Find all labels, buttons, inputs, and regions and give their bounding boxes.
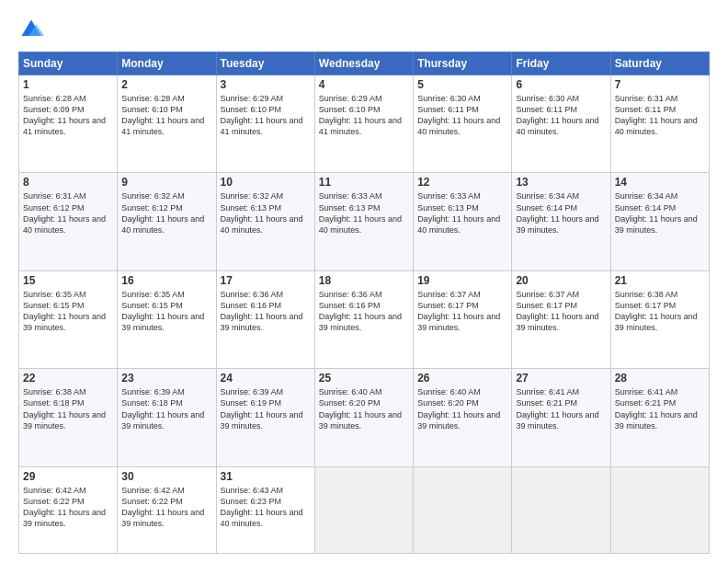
day-info: Sunrise: 6:33 AMSunset: 6:13 PMDaylight:… — [319, 190, 409, 236]
day-info: Sunrise: 6:37 AMSunset: 6:17 PMDaylight:… — [516, 289, 606, 334]
day-info: Sunrise: 6:39 AMSunset: 6:18 PMDaylight:… — [121, 386, 211, 431]
calendar-day-header: Thursday — [414, 52, 512, 75]
day-number: 24 — [221, 372, 311, 385]
calendar-cell: 28Sunrise: 6:41 AMSunset: 6:21 PMDayligh… — [610, 369, 709, 466]
day-number: 14 — [615, 176, 705, 189]
calendar-cell: 4Sunrise: 6:29 AMSunset: 6:10 PMDaylight… — [314, 75, 413, 173]
day-info: Sunrise: 6:28 AMSunset: 6:10 PMDaylight:… — [121, 93, 211, 138]
calendar-cell: 3Sunrise: 6:29 AMSunset: 6:10 PMDaylight… — [216, 75, 314, 173]
day-info: Sunrise: 6:31 AMSunset: 6:11 PMDaylight:… — [615, 93, 705, 138]
calendar-cell: 10Sunrise: 6:32 AMSunset: 6:13 PMDayligh… — [216, 173, 314, 270]
day-number: 25 — [319, 372, 409, 385]
calendar-cell: 31Sunrise: 6:43 AMSunset: 6:23 PMDayligh… — [216, 466, 314, 553]
calendar-cell: 6Sunrise: 6:30 AMSunset: 6:11 PMDaylight… — [512, 75, 610, 173]
calendar-day-header: Friday — [512, 52, 610, 75]
calendar-cell: 29Sunrise: 6:42 AMSunset: 6:22 PMDayligh… — [19, 466, 118, 553]
day-number: 7 — [615, 78, 705, 91]
day-info: Sunrise: 6:42 AMSunset: 6:22 PMDaylight:… — [23, 485, 113, 530]
day-number: 29 — [23, 470, 113, 483]
day-number: 2 — [121, 78, 211, 91]
calendar-cell: 18Sunrise: 6:36 AMSunset: 6:16 PMDayligh… — [314, 270, 413, 368]
day-info: Sunrise: 6:32 AMSunset: 6:12 PMDaylight:… — [121, 190, 211, 236]
page: SundayMondayTuesdayWednesdayThursdayFrid… — [0, 0, 728, 563]
calendar-cell: 21Sunrise: 6:38 AMSunset: 6:17 PMDayligh… — [610, 270, 709, 368]
day-number: 9 — [121, 176, 211, 189]
day-number: 12 — [417, 176, 507, 189]
calendar-cell: 9Sunrise: 6:32 AMSunset: 6:12 PMDaylight… — [118, 173, 216, 270]
day-number: 6 — [516, 78, 606, 91]
header — [18, 17, 710, 42]
day-info: Sunrise: 6:42 AMSunset: 6:22 PMDaylight:… — [121, 485, 211, 530]
day-info: Sunrise: 6:43 AMSunset: 6:23 PMDaylight:… — [221, 485, 311, 530]
day-number: 20 — [516, 274, 606, 287]
day-number: 11 — [319, 176, 409, 189]
calendar-day-header: Wednesday — [314, 52, 413, 75]
day-number: 21 — [615, 274, 705, 287]
calendar-cell: 2Sunrise: 6:28 AMSunset: 6:10 PMDaylight… — [118, 75, 216, 173]
calendar-cell: 5Sunrise: 6:30 AMSunset: 6:11 PMDaylight… — [414, 75, 512, 173]
calendar-table: SundayMondayTuesdayWednesdayThursdayFrid… — [18, 52, 710, 554]
day-info: Sunrise: 6:33 AMSunset: 6:13 PMDaylight:… — [417, 190, 507, 236]
day-number: 5 — [417, 78, 507, 91]
day-info: Sunrise: 6:40 AMSunset: 6:20 PMDaylight:… — [319, 386, 409, 431]
day-number: 23 — [121, 372, 211, 385]
calendar-week-row: 15Sunrise: 6:35 AMSunset: 6:15 PMDayligh… — [19, 270, 710, 368]
calendar-day-header: Sunday — [19, 52, 118, 75]
day-number: 4 — [319, 78, 409, 91]
day-info: Sunrise: 6:38 AMSunset: 6:18 PMDaylight:… — [23, 386, 113, 431]
calendar-cell: 24Sunrise: 6:39 AMSunset: 6:19 PMDayligh… — [216, 369, 314, 466]
calendar-week-row: 29Sunrise: 6:42 AMSunset: 6:22 PMDayligh… — [19, 466, 710, 553]
calendar-cell: 16Sunrise: 6:35 AMSunset: 6:15 PMDayligh… — [118, 270, 216, 368]
day-number: 1 — [23, 78, 113, 91]
day-info: Sunrise: 6:40 AMSunset: 6:20 PMDaylight:… — [417, 386, 507, 431]
calendar-cell: 30Sunrise: 6:42 AMSunset: 6:22 PMDayligh… — [118, 466, 216, 553]
day-info: Sunrise: 6:28 AMSunset: 6:09 PMDaylight:… — [23, 93, 113, 138]
calendar-cell: 11Sunrise: 6:33 AMSunset: 6:13 PMDayligh… — [314, 173, 413, 270]
day-info: Sunrise: 6:38 AMSunset: 6:17 PMDaylight:… — [615, 289, 705, 334]
day-number: 10 — [221, 176, 311, 189]
calendar-week-row: 22Sunrise: 6:38 AMSunset: 6:18 PMDayligh… — [19, 369, 710, 466]
day-info: Sunrise: 6:30 AMSunset: 6:11 PMDaylight:… — [516, 93, 606, 138]
calendar-cell: 13Sunrise: 6:34 AMSunset: 6:14 PMDayligh… — [512, 173, 610, 270]
day-number: 28 — [615, 372, 705, 385]
day-number: 8 — [23, 176, 113, 189]
day-number: 27 — [516, 372, 606, 385]
day-info: Sunrise: 6:34 AMSunset: 6:14 PMDaylight:… — [615, 190, 705, 236]
calendar-cell — [314, 466, 413, 553]
calendar-cell: 17Sunrise: 6:36 AMSunset: 6:16 PMDayligh… — [216, 270, 314, 368]
day-number: 22 — [23, 372, 113, 385]
calendar-cell — [610, 466, 709, 553]
day-number: 3 — [221, 78, 311, 91]
calendar-day-header: Monday — [118, 52, 216, 75]
day-info: Sunrise: 6:35 AMSunset: 6:15 PMDaylight:… — [121, 289, 211, 334]
day-number: 31 — [221, 470, 311, 483]
day-number: 19 — [417, 274, 507, 287]
day-info: Sunrise: 6:41 AMSunset: 6:21 PMDaylight:… — [615, 386, 705, 431]
calendar-cell: 7Sunrise: 6:31 AMSunset: 6:11 PMDaylight… — [610, 75, 709, 173]
calendar-cell — [414, 466, 512, 553]
calendar-cell: 26Sunrise: 6:40 AMSunset: 6:20 PMDayligh… — [414, 369, 512, 466]
logo — [18, 17, 48, 42]
calendar-cell: 8Sunrise: 6:31 AMSunset: 6:12 PMDaylight… — [19, 173, 118, 270]
calendar-cell: 19Sunrise: 6:37 AMSunset: 6:17 PMDayligh… — [414, 270, 512, 368]
calendar-cell: 25Sunrise: 6:40 AMSunset: 6:20 PMDayligh… — [314, 369, 413, 466]
day-info: Sunrise: 6:29 AMSunset: 6:10 PMDaylight:… — [221, 93, 311, 138]
logo-icon — [18, 17, 44, 42]
calendar-day-header: Saturday — [610, 52, 709, 75]
day-number: 26 — [417, 372, 507, 385]
day-info: Sunrise: 6:30 AMSunset: 6:11 PMDaylight:… — [417, 93, 507, 138]
day-info: Sunrise: 6:39 AMSunset: 6:19 PMDaylight:… — [221, 386, 311, 431]
calendar-day-header: Tuesday — [216, 52, 314, 75]
calendar-cell: 15Sunrise: 6:35 AMSunset: 6:15 PMDayligh… — [19, 270, 118, 368]
day-info: Sunrise: 6:29 AMSunset: 6:10 PMDaylight:… — [319, 93, 409, 138]
calendar-week-row: 1Sunrise: 6:28 AMSunset: 6:09 PMDaylight… — [19, 75, 710, 173]
calendar-cell: 14Sunrise: 6:34 AMSunset: 6:14 PMDayligh… — [610, 173, 709, 270]
calendar-cell: 1Sunrise: 6:28 AMSunset: 6:09 PMDaylight… — [19, 75, 118, 173]
calendar-cell: 20Sunrise: 6:37 AMSunset: 6:17 PMDayligh… — [512, 270, 610, 368]
calendar-cell: 22Sunrise: 6:38 AMSunset: 6:18 PMDayligh… — [19, 369, 118, 466]
day-number: 16 — [121, 274, 211, 287]
calendar-cell — [512, 466, 610, 553]
calendar-cell: 23Sunrise: 6:39 AMSunset: 6:18 PMDayligh… — [118, 369, 216, 466]
calendar-cell: 12Sunrise: 6:33 AMSunset: 6:13 PMDayligh… — [414, 173, 512, 270]
day-info: Sunrise: 6:31 AMSunset: 6:12 PMDaylight:… — [23, 190, 113, 236]
